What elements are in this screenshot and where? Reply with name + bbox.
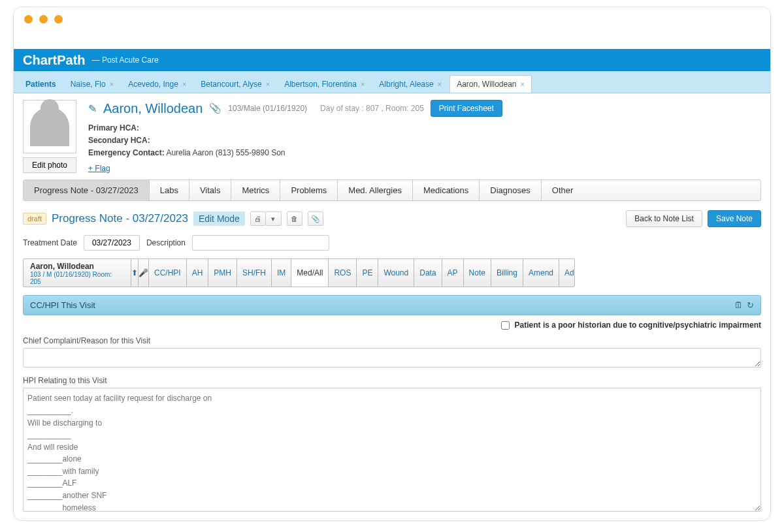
close-icon[interactable]: × [182,80,186,88]
nav-item-pe[interactable]: PE [357,259,378,287]
print-button[interactable]: 🖨 [250,211,266,226]
nav-item-pmh[interactable]: PMH [208,259,237,287]
chart-tab-med-allergies[interactable]: Med. Allergies [338,180,413,200]
close-icon[interactable]: × [266,80,270,88]
caret-down-icon: ▾ [271,215,275,223]
back-to-note-list-button[interactable]: Back to Note List [626,210,702,227]
section-header-cchpi: CC/HPI This Visit 🗓 ↻ [23,295,761,315]
trash-icon: 🗑 [291,215,298,223]
patient-tab[interactable]: Naise, Flo× [64,76,120,93]
window-dot [24,15,33,23]
hpi-textarea[interactable] [23,388,761,512]
patient-tab-label: Aaron, Willodean [457,80,516,89]
patient-tab-label: Betancourt, Alyse [201,80,261,89]
stay-info: Day of stay : 807 , Room: 205 [320,104,424,113]
nav-item-ah[interactable]: AH [187,259,209,287]
patient-demographics: 103/Male (01/16/1920) [228,104,307,113]
patient-tab[interactable]: Betancourt, Alyse× [194,76,276,93]
chart-tab-vitals[interactable]: Vitals [189,180,232,200]
close-icon[interactable]: × [361,80,365,88]
poor-historian-text: Patient is a poor historian due to cogni… [515,321,761,330]
patient-tab[interactable]: Albright, Alease× [372,76,448,93]
brand-name: ChartPath [23,53,86,68]
attach-button[interactable]: 📎 [308,211,323,226]
nav-item-im[interactable]: IM [272,259,291,287]
window-dot [39,15,48,23]
patients-tab[interactable]: Patients [19,76,63,93]
chart-tab-labs[interactable]: Labs [150,180,189,200]
nav-item-cchpi[interactable]: CC/HPI [149,259,187,287]
chief-complaint-label: Chief Complaint/Reason for this Visit [23,336,761,345]
avatar [23,100,76,153]
poor-historian-label[interactable]: Patient is a poor historian due to cogni… [501,321,761,330]
browser-chrome [14,7,770,31]
paperclip-icon[interactable]: 📎 [209,102,221,114]
patient-tab-strip: Patients Naise, Flo× Acevedo, Inge× Beta… [14,71,770,93]
hpi-label: HPI Relating to this Visit [23,376,761,385]
chart-tab-diagnoses[interactable]: Diagnoses [480,180,541,200]
note-title: Progress Note - 03/27/2023 [52,212,188,225]
nav-patient-name: Aaron, Willodean [30,262,124,271]
nav-item-addenda[interactable]: Addenda [559,259,575,287]
arrow-up-icon: ⬆ [131,268,138,277]
nav-item-billing[interactable]: Billing [491,259,523,287]
emergency-contact-label: Emergency Contact: [88,148,165,157]
close-icon[interactable]: × [438,80,442,88]
patient-tab[interactable]: Albertson, Florentina× [278,76,371,93]
nav-item-amend[interactable]: Amend [523,259,559,287]
chart-tab-other[interactable]: Other [542,180,584,200]
poor-historian-checkbox[interactable] [501,321,510,330]
treatment-date-input[interactable] [84,235,140,251]
treatment-date-label: Treatment Date [23,238,77,247]
nav-patient-sub: 103 / M (01/16/1920) Room: 205 [30,271,124,285]
close-icon[interactable]: × [521,80,525,88]
nav-patient-block: Aaron, Willodean 103 / M (01/16/1920) Ro… [24,259,131,287]
chart-tabs: Progress Note - 03/27/2023 Labs Vitals M… [23,180,761,201]
save-note-button[interactable]: Save Note [708,210,761,227]
edit-mode-badge: Edit Mode [193,211,245,226]
description-label: Description [146,238,186,247]
patient-tab[interactable]: Acevedo, Inge× [122,76,193,93]
patient-tab-label: Naise, Flo [71,80,106,89]
person-icon [30,107,69,146]
secondary-hca-label: Secondary HCA: [88,136,150,145]
nav-item-wound[interactable]: Wound [378,259,414,287]
primary-hca-label: Primary HCA: [88,123,139,133]
nav-item-shfh[interactable]: SH/FH [237,259,272,287]
add-flag-link[interactable]: + Flag [88,164,110,173]
nav-up-button[interactable]: ⬆ [131,259,139,287]
patient-name: Aaron, Willodean [103,101,203,116]
print-facesheet-button[interactable]: Print Facesheet [431,100,502,117]
nav-item-note[interactable]: Note [464,259,491,287]
nav-item-data[interactable]: Data [414,259,442,287]
chart-tab-problems[interactable]: Problems [280,180,338,200]
description-input[interactable] [192,235,329,251]
pencil-icon[interactable]: ✎ [88,102,97,115]
edit-photo-button[interactable]: Edit photo [23,157,76,173]
nav-item-ap[interactable]: AP [442,259,464,287]
patient-tab-active[interactable]: Aaron, Willodean× [449,75,532,93]
window-dot [54,15,63,23]
print-dropdown-button[interactable]: ▾ [266,211,282,226]
nav-item-ros[interactable]: ROS [329,259,357,287]
print-icon: 🖨 [254,215,261,223]
patient-tab-label: Albertson, Florentina [284,80,357,89]
chart-tab-progress-note[interactable]: Progress Note - 03/27/2023 [24,180,150,200]
chief-complaint-textarea[interactable] [23,348,761,368]
calendar-icon[interactable]: 🗓 [734,300,743,310]
app-header: ChartPath — Post Acute Care [14,49,770,71]
chart-tab-metrics[interactable]: Metrics [231,180,280,200]
microphone-icon: 🎤 [139,268,148,277]
nav-mic-button[interactable]: 🎤 [139,259,149,287]
nav-item-medall[interactable]: Med/All [291,259,329,287]
draft-badge: draft [23,213,46,225]
paperclip-icon: 📎 [311,215,320,223]
patient-tab-label: Acevedo, Inge [128,80,178,89]
refresh-icon[interactable]: ↻ [747,300,754,310]
patient-tab-label: Albright, Alease [379,80,433,89]
chart-tab-medications[interactable]: Medications [413,180,480,200]
delete-button[interactable]: 🗑 [287,211,302,226]
emergency-contact-value: Aurelia Aaron (813) 555-9890 Son [166,148,285,157]
section-title: CC/HPI This Visit [30,300,95,310]
close-icon[interactable]: × [110,80,114,88]
